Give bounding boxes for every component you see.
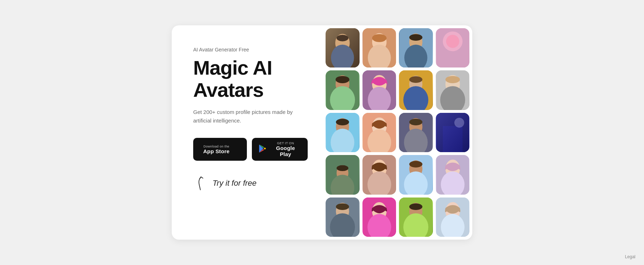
svg-point-44: [454, 118, 464, 128]
try-free-section: Try it for free: [193, 174, 308, 192]
avatar-20: [436, 198, 470, 237]
avatar-1: [326, 28, 360, 68]
google-play-main-label: Google Play: [270, 145, 301, 157]
legal-link[interactable]: Legal: [625, 254, 635, 259]
avatar-11: [399, 113, 433, 152]
avatar-6: [362, 70, 396, 110]
svg-point-55: [409, 161, 423, 168]
svg-point-25: [409, 76, 423, 83]
avatar-3: [399, 28, 433, 68]
left-panel: AI Avatar Generator Free Magic AIAvatars…: [172, 25, 326, 240]
app-store-top-label: Download on the: [203, 145, 229, 148]
main-card: AI Avatar Generator Free Magic AIAvatars…: [172, 25, 472, 240]
svg-point-6: [372, 34, 386, 42]
avatar-2: [362, 28, 396, 68]
avatar-9: [326, 113, 360, 152]
avatar-12: [436, 113, 470, 152]
avatar-13: [326, 155, 360, 194]
google-play-top-label: GET IT ON: [270, 141, 301, 145]
avatar-19: [399, 198, 433, 237]
svg-point-68: [409, 203, 423, 210]
avatar-7: [399, 70, 433, 110]
subtitle: AI Avatar Generator Free: [193, 47, 308, 52]
arrow-icon: [193, 174, 208, 192]
avatar-10: [362, 113, 396, 152]
avatar-15: [399, 155, 433, 194]
app-store-main-label: App Store: [203, 148, 229, 154]
svg-point-32: [336, 119, 349, 125]
main-title: Magic AIAvatars: [193, 57, 308, 101]
avatar-5: [326, 70, 360, 110]
svg-point-61: [336, 203, 349, 210]
svg-point-47: [337, 165, 348, 171]
svg-rect-43: [436, 113, 469, 152]
google-play-icon: [258, 145, 266, 154]
avatar-17: [326, 198, 360, 237]
svg-point-3: [337, 35, 348, 41]
cta-buttons: Download on the App Store GET IT ON Go: [193, 138, 308, 161]
description: Get 200+ custom profile pictures made by…: [193, 108, 308, 125]
avatar-16: [436, 155, 470, 194]
svg-point-14: [446, 35, 459, 48]
avatar-8: [436, 70, 470, 110]
app-store-button[interactable]: Download on the App Store: [193, 138, 247, 161]
avatar-14: [362, 155, 396, 194]
svg-point-28: [445, 76, 460, 83]
svg-point-17: [336, 76, 350, 83]
svg-point-10: [409, 34, 423, 41]
try-free-label: Try it for free: [213, 179, 257, 188]
svg-point-39: [409, 119, 423, 125]
avatar-18: [362, 198, 396, 237]
avatar-grid: [326, 25, 472, 240]
google-play-button[interactable]: GET IT ON Google Play: [252, 138, 308, 161]
avatar-4: [436, 28, 470, 68]
